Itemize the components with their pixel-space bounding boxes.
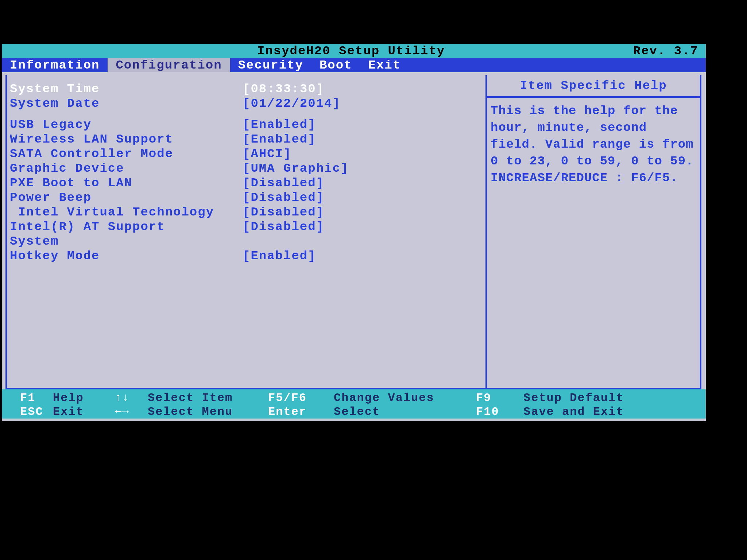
footer-desc-setup-default: Setup Default	[523, 391, 624, 405]
setting-value[interactable]: [Disabled]	[243, 205, 324, 219]
setting-intel-vt[interactable]: Intel Virtual Technology [Disabled]	[9, 205, 481, 219]
setting-value[interactable]: [Enabled]	[243, 249, 316, 263]
help-pane: Item Specific Help This is the help for …	[487, 75, 701, 389]
leftright-arrows-icon: ←→	[115, 405, 129, 418]
footer-desc-select-menu: Select Menu	[148, 405, 233, 419]
setting-label: Wireless LAN Support	[9, 132, 243, 146]
footer-key-enter[interactable]: Enter	[268, 405, 307, 419]
setting-label: Intel Virtual Technology	[9, 205, 243, 219]
setting-value[interactable]: [UMA Graphic]	[243, 162, 349, 175]
setting-label: Hotkey Mode	[9, 249, 243, 263]
footer-desc-save-exit: Save and Exit	[523, 405, 624, 419]
setting-value[interactable]: [Disabled]	[243, 220, 324, 234]
footer-desc-exit: Exit	[53, 405, 84, 419]
title-bar: InsydeH20 Setup Utility Rev. 3.7	[2, 44, 706, 58]
footer-desc-select: Select	[334, 405, 380, 419]
revision-label: Rev. 3.7	[633, 44, 698, 58]
help-body: This is the help for the hour, minute, s…	[487, 98, 700, 191]
bios-screen: InsydeH20 Setup Utility Rev. 3.7 Informa…	[2, 44, 706, 421]
tab-bar: Information Configuration Security Boot …	[2, 58, 706, 72]
tab-boot[interactable]: Boot	[311, 58, 360, 72]
setting-hotkey-mode[interactable]: Hotkey Mode [Enabled]	[9, 249, 481, 263]
setting-label: System Date	[9, 97, 243, 110]
footer-key-f1[interactable]: F1	[20, 391, 35, 405]
footer-desc-help: Help	[53, 391, 84, 405]
setting-value[interactable]: [AHCI]	[243, 147, 291, 161]
setting-value[interactable]: [Disabled]	[243, 191, 324, 205]
setting-label: Intel(R) AT Support	[9, 220, 243, 234]
spacer	[9, 111, 481, 117]
setting-label: Graphic Device	[9, 162, 243, 175]
setting-sata-mode[interactable]: SATA Controller Mode [AHCI]	[9, 147, 481, 161]
footer-desc-select-item: Select Item	[148, 391, 233, 405]
setting-label: SATA Controller Mode	[9, 147, 243, 161]
setting-system-date[interactable]: System Date [01/22/2014]	[9, 96, 481, 111]
footer-key-f5f6[interactable]: F5/F6	[268, 391, 307, 405]
setting-system-time[interactable]: System Time [08:33:30]	[9, 82, 481, 96]
footer-bar: F1 Help ↑↓ Select Item F5/F6 Change Valu…	[2, 389, 706, 419]
tab-configuration[interactable]: Configuration	[108, 58, 230, 72]
setting-label: USB Legacy	[9, 118, 243, 132]
footer-key-esc[interactable]: ESC	[20, 405, 43, 419]
help-title: Item Specific Help	[520, 79, 667, 93]
setting-label: System Time	[9, 82, 243, 96]
setting-power-beep[interactable]: Power Beep [Disabled]	[9, 190, 481, 205]
setting-wlan-support[interactable]: Wireless LAN Support [Enabled]	[9, 132, 481, 147]
setting-value[interactable]: [Enabled]	[243, 132, 316, 146]
setting-value[interactable]: [08:33:30]	[243, 82, 324, 96]
setting-pxe-boot[interactable]: PXE Boot to LAN [Disabled]	[9, 176, 481, 190]
setting-value[interactable]: [Disabled]	[243, 176, 324, 190]
setting-value[interactable]: [01/22/2014]	[243, 97, 341, 110]
main-area: System Time [08:33:30] System Date [01/2…	[2, 72, 706, 389]
setting-label: PXE Boot to LAN	[9, 176, 243, 190]
updown-arrows-icon: ↑↓	[115, 392, 129, 404]
tab-exit[interactable]: Exit	[360, 58, 409, 72]
app-title: InsydeH20 Setup Utility	[257, 44, 445, 58]
tab-information[interactable]: Information	[2, 58, 108, 72]
setting-value[interactable]: [Enabled]	[243, 118, 316, 132]
help-title-bar: Item Specific Help	[487, 75, 700, 98]
setting-usb-legacy[interactable]: USB Legacy [Enabled]	[9, 117, 481, 132]
footer-key-f10[interactable]: F10	[476, 405, 499, 419]
setting-system-submenu[interactable]: System	[9, 234, 481, 249]
footer-key-f9[interactable]: F9	[476, 391, 491, 405]
setting-label: System	[9, 234, 243, 248]
setting-intel-at[interactable]: Intel(R) AT Support [Disabled]	[9, 219, 481, 234]
setting-graphic-device[interactable]: Graphic Device [UMA Graphic]	[9, 161, 481, 176]
footer-desc-change-values: Change Values	[334, 391, 434, 405]
settings-pane: System Time [08:33:30] System Date [01/2…	[5, 75, 487, 389]
setting-label: Power Beep	[9, 191, 243, 205]
tab-security[interactable]: Security	[230, 58, 311, 72]
